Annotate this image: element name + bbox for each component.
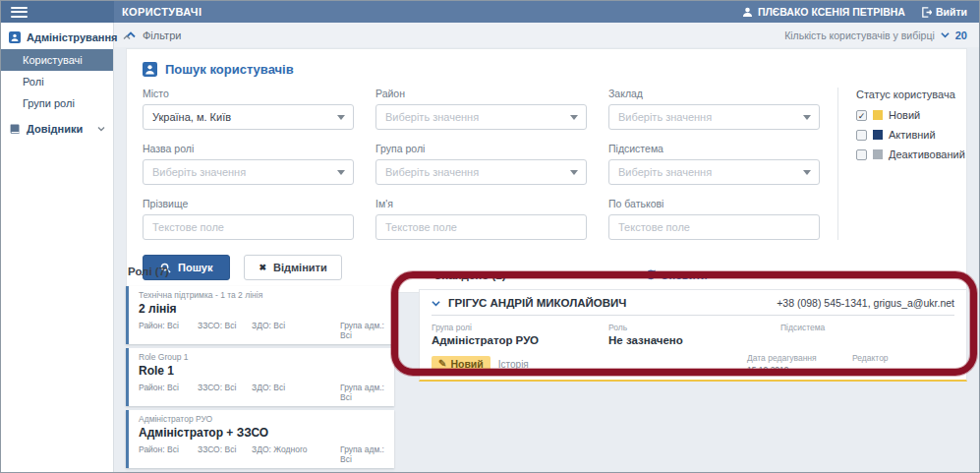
role-card[interactable]: Role Group 1 Role 1 Район: ВсіЗЗСО: ВсіЗ… xyxy=(126,348,394,406)
refresh-button[interactable]: Оновити xyxy=(646,269,708,281)
found-users-toggle[interactable]: Знайдено (1) xyxy=(419,269,506,281)
surname-input[interactable] xyxy=(143,214,354,240)
top-bar: КОРИСТУВАЧІ ПЛЄВАКО КСЕНІЯ ПЕТРІВНА Вийт… xyxy=(1,1,979,23)
status-option-active[interactable]: Активний xyxy=(856,129,980,141)
sidebar-item-roles[interactable]: Ролі xyxy=(1,71,113,92)
page-title: КОРИСТУВАЧІ xyxy=(122,6,202,18)
sidebar-item-role-groups[interactable]: Групи ролі xyxy=(1,92,113,114)
role-name-select[interactable] xyxy=(143,159,354,185)
user-full-name: ГРІГУС АНДРІЙ МИКОЛАЙОВИЧ xyxy=(448,297,626,309)
roles-header: Ролі (7) xyxy=(128,266,394,277)
editor-block: Редактор xyxy=(852,353,889,363)
filters-label: Фільтри xyxy=(143,30,181,41)
search-fields: Місто Район Заклад Назва ролі xyxy=(143,88,820,240)
role-zzso: ЗЗСО: Всі xyxy=(198,321,252,340)
status-option-deactivated[interactable]: Деактивований xyxy=(856,148,980,160)
role-label: Роль xyxy=(608,323,780,332)
role-meta: Район: ВсіЗЗСО: ВсіЗДО: ВсіГрупа адм.: В… xyxy=(139,383,384,402)
role-card[interactable]: Технічна підтримка - 1 та 2 лінія 2 ліні… xyxy=(126,286,394,344)
role-group-label: Role Group 1 xyxy=(139,352,384,363)
current-user-name: ПЛЄВАКО КСЕНІЯ ПЕТРІВНА xyxy=(758,6,905,18)
user-role-block: Роль Не зазначено xyxy=(608,323,780,346)
user-card[interactable]: ГРІГУС АНДРІЙ МИКОЛАЙОВИЧ +38 (098) 545-… xyxy=(419,289,967,382)
institution-select[interactable] xyxy=(608,104,820,130)
filters-toggle[interactable]: Фільтри xyxy=(126,30,181,41)
book-icon xyxy=(9,123,21,135)
found-users-label: Знайдено (1) xyxy=(434,269,506,281)
status-badge-label: Новий xyxy=(450,358,483,370)
logout-button[interactable]: Вийти xyxy=(921,6,967,18)
field-name-label: Ім'я xyxy=(375,198,587,209)
current-user-button[interactable]: ПЛЄВАКО КСЕНІЯ ПЕТРІВНА xyxy=(742,6,905,18)
search-form: Місто Район Заклад Назва ролі xyxy=(143,88,951,240)
role-group-label: Адміністратор РУО xyxy=(139,414,384,425)
checkbox-active[interactable] xyxy=(856,130,867,141)
selection-count-control[interactable]: Кількість користувачів у вибірці 20 xyxy=(784,30,967,41)
status-badge[interactable]: ✎ Новий xyxy=(432,356,490,373)
field-institution: Заклад xyxy=(608,88,820,130)
role-group-label: Група ролі xyxy=(432,323,608,332)
user-subsystem-block: Підсистема xyxy=(780,323,954,346)
refresh-label: Оновити xyxy=(661,269,708,281)
status-color-active xyxy=(873,130,883,140)
edit-date-label: Дата редагування xyxy=(747,353,817,363)
subsystem-select[interactable] xyxy=(608,159,820,185)
selection-count-label: Кількість користувачів у вибірці xyxy=(784,30,935,41)
field-role-group: Група ролі xyxy=(375,143,587,185)
role-name: 2 лінія xyxy=(139,302,384,316)
refresh-icon xyxy=(646,269,657,280)
user-card-header[interactable]: ГРІГУС АНДРІЙ МИКОЛАЙОВИЧ +38 (098) 545-… xyxy=(432,297,954,316)
role-group-select[interactable] xyxy=(375,159,587,185)
role-adm-group: Група адм.: Всі xyxy=(340,321,384,340)
role-district: Район: Всі xyxy=(139,321,198,340)
filters-bar: Фільтри Кількість користувачів у вибірці… xyxy=(114,23,979,47)
status-label-new: Новий xyxy=(889,109,920,121)
pencil-icon: ✎ xyxy=(438,358,446,369)
role-district: Район: Всі xyxy=(139,383,198,402)
role-adm-group: Група адм.: Всі xyxy=(340,444,384,464)
role-meta: Район: ВсіЗЗСО: ВсіЗДО: ВсіГрупа адм.: В… xyxy=(139,321,384,340)
sidebar-section-administration[interactable]: Адміністрування xyxy=(1,23,113,49)
field-district: Район xyxy=(375,88,587,130)
edit-date-value: 15.10.2019 xyxy=(747,365,817,375)
role-zdo: ЗДО: Всі xyxy=(252,383,340,402)
topbar-left-segment xyxy=(1,1,114,23)
status-label-active: Активний xyxy=(889,129,936,141)
status-option-new[interactable]: ✓ Новий xyxy=(856,109,980,121)
checkbox-new[interactable]: ✓ xyxy=(856,110,867,121)
district-select[interactable] xyxy=(375,104,587,130)
role-card[interactable]: Адміністратор РУО Адміністратор + ЗЗСО Р… xyxy=(126,410,394,468)
sidebar: Адміністрування Користувачі Ролі Групи р… xyxy=(1,23,114,472)
name-input[interactable] xyxy=(375,214,587,240)
field-institution-label: Заклад xyxy=(608,88,820,99)
hamburger-menu-icon[interactable] xyxy=(11,7,28,18)
role-zzso: ЗЗСО: Всі xyxy=(198,383,252,402)
subsystem-label: Підсистема xyxy=(780,323,954,332)
edit-date-block: Дата редагування 15.10.2019 xyxy=(747,353,817,375)
logout-label: Вийти xyxy=(936,6,967,18)
field-role-group-label: Група ролі xyxy=(375,143,587,154)
field-role-name-label: Назва ролі xyxy=(143,143,354,154)
sidebar-section-directories[interactable]: Довідники xyxy=(1,114,113,141)
user-status-title: Статус користувача xyxy=(856,89,980,100)
field-subsystem-label: Підсистема xyxy=(608,143,820,154)
field-name: Ім'я xyxy=(375,198,587,240)
status-color-deactivated xyxy=(873,149,883,159)
roles-column: Ролі (7) Технічна підтримка - 1 та 2 лін… xyxy=(126,260,394,472)
field-patronymic: По батькові xyxy=(608,198,820,240)
history-link[interactable]: Історія xyxy=(498,359,529,370)
results-area: Ролі (7) Технічна підтримка - 1 та 2 лін… xyxy=(126,260,967,472)
search-panel-title: Пошук користувачів xyxy=(165,62,294,77)
chevron-down-icon xyxy=(419,271,428,278)
chevron-down-icon xyxy=(941,31,950,38)
role-zdo: ЗДО: Всі xyxy=(252,321,340,340)
sidebar-item-users[interactable]: Користувачі xyxy=(1,49,113,71)
logout-icon xyxy=(921,7,932,18)
patronymic-input[interactable] xyxy=(608,214,820,240)
topbar-right: ПЛЄВАКО КСЕНІЯ ПЕТРІВНА Вийти xyxy=(742,6,979,18)
checkbox-deactivated[interactable] xyxy=(856,149,867,160)
selection-count-value: 20 xyxy=(955,30,967,41)
found-users-header: Знайдено (1) Оновити xyxy=(419,267,967,282)
user-status-filter: Статус користувача ✓ Новий Активний xyxy=(837,88,980,240)
city-select[interactable] xyxy=(143,104,354,130)
